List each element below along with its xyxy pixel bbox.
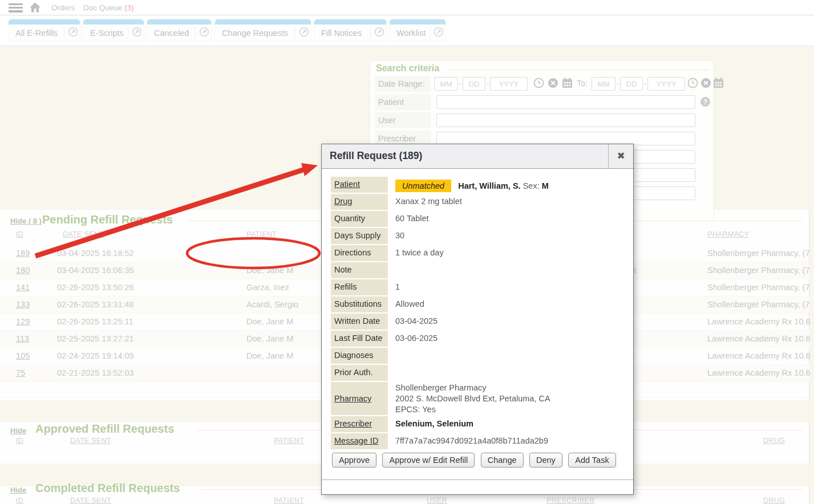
detail-row-drug: DrugXanax 2 mg tablet <box>331 194 624 210</box>
col-drug[interactable]: DRUG <box>763 497 785 504</box>
tab-all-e-refills[interactable]: All E-Refills <box>9 19 80 41</box>
clear-icon[interactable] <box>548 78 558 88</box>
date-range-label: Date Range: <box>375 76 431 92</box>
date-range-row: Date Range: - - To: - - <box>375 76 710 92</box>
external-link-icon[interactable] <box>430 27 442 39</box>
dialog-title: Refill Request (189) <box>330 150 422 162</box>
user-search-input[interactable] <box>436 113 695 127</box>
to-month-input[interactable] <box>592 77 615 91</box>
external-link-icon[interactable] <box>128 27 140 39</box>
pending-hide-link[interactable]: Hide ( 8 ) <box>10 217 42 225</box>
written-date-label: Written Date <box>331 314 388 330</box>
approved-section-title: Approved Refill Requests <box>35 422 174 436</box>
unmatched-badge: Unmatched <box>395 180 451 192</box>
external-link-icon[interactable] <box>195 27 208 39</box>
user-label: User <box>375 112 431 128</box>
directions-label: Directions <box>331 245 388 261</box>
tab-canceled[interactable]: Canceled <box>147 19 211 41</box>
col-date-sent[interactable]: DATE SENT <box>70 497 111 504</box>
substitutions-label: Substitutions <box>331 296 388 312</box>
search-criteria-legend: Search criteria <box>376 63 439 74</box>
col-pharmacy[interactable]: PHARMACY <box>707 230 749 238</box>
patient-link[interactable]: Patient <box>331 177 388 193</box>
detail-row-prescriber: PrescriberSelenium, Selenium <box>331 416 624 432</box>
calendar-icon[interactable] <box>713 78 724 88</box>
deny-button[interactable]: Deny <box>529 453 562 468</box>
hamburger-menu-icon[interactable] <box>9 3 23 13</box>
patient-label: Patient <box>375 94 431 110</box>
external-link-icon[interactable] <box>370 27 383 39</box>
drug-link[interactable]: Drug <box>331 194 388 210</box>
dialog-actions: Approve Approve w/ Edit Refill Change De… <box>332 453 624 468</box>
to-label: To: <box>577 79 588 88</box>
col-patient[interactable]: PATIENT <box>246 230 277 238</box>
to-day-input[interactable] <box>620 77 643 91</box>
nav-orders[interactable]: Orders <box>51 3 75 12</box>
external-link-icon[interactable] <box>64 27 76 39</box>
col-patient[interactable]: PATIENT <box>274 437 304 445</box>
approved-hide-link[interactable]: Hide <box>10 426 26 435</box>
clock-icon[interactable] <box>687 78 698 88</box>
prescriber-link[interactable]: Prescriber <box>331 416 388 432</box>
pending-section-title: Pending Refill Requests <box>42 213 173 226</box>
dialog-body: PatientUnmatchedHart, William, S. Sex: M… <box>322 169 633 479</box>
from-day-input[interactable] <box>463 77 485 91</box>
external-link-icon[interactable] <box>295 27 307 39</box>
detail-row-pharmacy: PharmacyShollenberger Pharmacy2002 S. Mc… <box>331 382 624 415</box>
refills-label: Refills <box>331 279 388 295</box>
from-year-input[interactable] <box>490 77 528 91</box>
patient-name: Hart, William, S. <box>458 181 520 190</box>
col-patient[interactable]: PATIENT <box>274 497 304 504</box>
user-row: User <box>375 112 710 128</box>
note-label: Note <box>331 262 388 278</box>
quantity-label: Quantity <box>331 211 388 227</box>
col-id[interactable]: ID <box>16 437 23 445</box>
calendar-icon[interactable] <box>562 78 573 88</box>
svg-text:?: ? <box>703 98 708 106</box>
close-icon[interactable]: ✖ <box>608 144 633 168</box>
message-id-link[interactable]: Message ID <box>331 433 388 449</box>
col-date-sent[interactable]: DATE SENT <box>63 230 104 238</box>
doc-queue-count: (3) <box>124 3 134 12</box>
from-month-input[interactable] <box>434 77 458 91</box>
completed-section-title: Completed Refill Requests <box>35 482 180 495</box>
nav-doc-queue[interactable]: Doc Queue (3) <box>83 3 134 12</box>
patient-row: Patient ? <box>375 94 710 110</box>
patient-search-input[interactable] <box>436 95 695 109</box>
dialog-footer <box>322 479 633 494</box>
patient-sex: M <box>542 181 549 190</box>
completed-hide-link[interactable]: Hide <box>10 486 26 494</box>
pharmacy-link[interactable]: Pharmacy <box>331 382 388 415</box>
home-icon[interactable] <box>30 2 41 13</box>
col-drug[interactable]: DRUG <box>763 437 785 445</box>
prior-auth-label: Prior Auth. <box>331 365 388 381</box>
tab-fill-notices[interactable]: Fill Notices <box>314 19 386 41</box>
col-user[interactable]: USER <box>427 497 447 504</box>
detail-row-patient: PatientUnmatchedHart, William, S. Sex: M <box>331 177 624 193</box>
col-id[interactable]: ID <box>16 497 23 504</box>
tab-e-scripts[interactable]: E-Scripts <box>83 19 144 41</box>
days-supply-label: Days Supply <box>331 228 388 244</box>
last-fill-date-label: Last Fill Date <box>331 331 388 347</box>
dialog-header[interactable]: Refill Request (189) ✖ <box>322 144 633 169</box>
col-date-sent[interactable]: DATE SENT <box>70 437 111 445</box>
col-prescriber[interactable]: PRESCRIBER <box>546 497 594 504</box>
col-id[interactable]: ID <box>16 230 23 238</box>
to-year-input[interactable] <box>647 77 685 91</box>
diagnoses-label: Diagnoses <box>331 348 388 364</box>
refill-request-dialog: Refill Request (189) ✖ PatientUnmatchedH… <box>321 144 634 495</box>
tab-worklist[interactable]: Worklist <box>390 19 446 41</box>
completed-header-row: ID DATE SENT PATIENT USER PRESCRIBER DRU… <box>0 497 809 504</box>
tab-change-requests[interactable]: Change Requests <box>215 19 311 41</box>
tab-bar: All E-Refills E-Scripts Canceled Change … <box>0 16 814 46</box>
approve-edit-refill-button[interactable]: Approve w/ Edit Refill <box>382 453 475 468</box>
detail-row-message-id: Message ID7ff7a7a7ac9947d0921a4a0f8b711a… <box>331 433 624 449</box>
change-button[interactable]: Change <box>481 453 524 468</box>
top-bar: Orders Doc Queue (3) <box>0 0 814 15</box>
add-task-button[interactable]: Add Task <box>568 453 615 468</box>
approve-button[interactable]: Approve <box>332 453 376 468</box>
help-icon[interactable]: ? <box>700 96 711 107</box>
clock-icon[interactable] <box>533 78 544 88</box>
clear-icon[interactable] <box>700 78 711 88</box>
